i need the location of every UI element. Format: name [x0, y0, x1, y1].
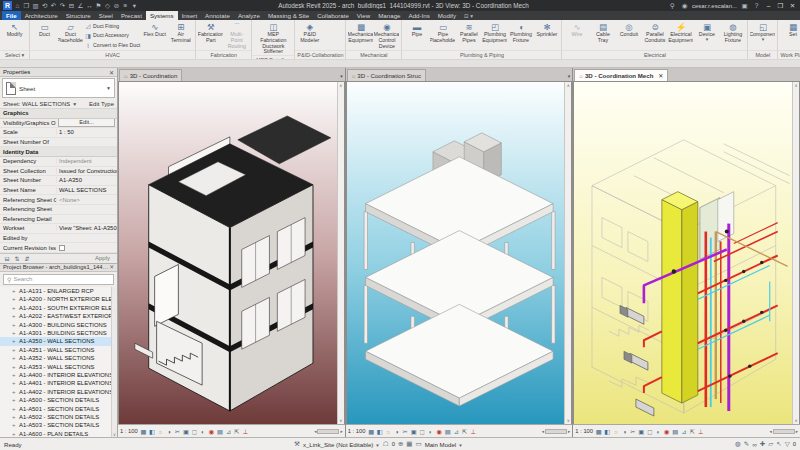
expand-icon[interactable]: + [12, 296, 17, 302]
sheet-item-a1-a200[interactable]: +A1-A200 - NORTH EXTERIOR ELEVATION [0, 295, 117, 303]
duct-fitting-button[interactable]: ◿Duct Fitting [85, 22, 140, 29]
show-crop-region-icon[interactable]: ▣ [410, 428, 418, 435]
expand-icon[interactable]: + [12, 305, 17, 311]
plumbing-equipment-button[interactable]: ◰Plumbing Equipment [482, 21, 507, 50]
drag-on-selection-toggle-icon[interactable]: ↖ [776, 440, 781, 448]
expand-icon[interactable]: + [12, 355, 17, 361]
underlay-selection-toggle-icon[interactable]: ▱ [768, 440, 773, 448]
editable-items-icon[interactable]: ☖ [383, 440, 389, 448]
restore-button[interactable]: ❐ [776, 2, 785, 10]
tab-list-caret-icon[interactable]: ▾ [340, 73, 343, 79]
view-scale[interactable]: 1 : 100 [120, 428, 138, 434]
dropdown-caret-icon[interactable]: ▼ [705, 38, 709, 42]
horizontal-scrollbar[interactable]: ◂▸ [542, 429, 571, 434]
edit-type-button[interactable]: Edit Type [89, 101, 114, 107]
canvas-coordination-mech[interactable]: ∧∨ [573, 81, 800, 424]
edit-visibility-button[interactable]: Edit... [58, 119, 115, 128]
sort-descending-icon[interactable]: ⇵ [23, 255, 31, 262]
aligned-dimension-icon[interactable]: ↔ [85, 1, 94, 11]
scroll-thumb[interactable] [545, 429, 567, 434]
crop-view-icon[interactable]: ✂ [401, 428, 409, 435]
cable-tray-button[interactable]: ▤Cable Tray [590, 21, 615, 50]
section-icon[interactable]: ⊘ [112, 1, 121, 11]
worksharing-display-icon[interactable]: ◍ [735, 440, 741, 448]
properties-close-icon[interactable]: ✕ [109, 69, 114, 76]
scroll-right-icon[interactable]: ▸ [568, 429, 570, 434]
sheet-item-a1-a500[interactable]: +A1-A500 - SECTION DETAILS [0, 396, 117, 404]
conduit-button[interactable]: ◎Conduit [616, 21, 641, 50]
scroll-left-icon[interactable]: ◂ [314, 429, 316, 434]
show-analytical-model-icon[interactable]: ⊿ [680, 428, 688, 435]
property-value[interactable]: <None> [56, 197, 117, 203]
temporary-view-properties-icon[interactable]: ▤ [216, 428, 224, 435]
temporary-hide-isolate-icon[interactable]: ◐ [655, 428, 663, 435]
highlight-displacement-sets-icon[interactable]: ⇱ [461, 428, 469, 435]
duct-accessory-button[interactable]: ◨Duct Accessory [85, 32, 140, 39]
home-icon[interactable]: ⌂ [13, 1, 22, 11]
monitor-icon[interactable]: ▭ [416, 440, 422, 448]
open-icon[interactable]: ❐ [22, 1, 31, 11]
print-icon[interactable]: ⊟ [67, 1, 76, 11]
expand-icon[interactable]: + [12, 380, 17, 386]
vertical-scrollbar[interactable]: ∧∨ [792, 82, 799, 424]
sheet-item-a1-a503[interactable]: +A1-A503 - SECTION DETAILS [0, 421, 117, 429]
temporary-hide-isolate-icon[interactable]: ◐ [199, 428, 207, 435]
visual-style-icon[interactable]: ◧ [376, 428, 384, 435]
scroll-left-icon[interactable]: ◂ [542, 429, 544, 434]
sheet-item-a1-a502[interactable]: +A1-A502 - SECTION DETAILS [0, 413, 117, 421]
fabrication-part-button[interactable]: ⚒Fabrication Part [198, 21, 223, 50]
sheet-item-a1-a301[interactable]: +A1-A301 - BUILDING SECTIONS [0, 329, 117, 337]
expand-icon[interactable]: + [12, 347, 17, 353]
revision-checkbox[interactable] [59, 245, 65, 251]
ribbon-tab-systems[interactable]: Systems [146, 11, 178, 20]
close-view-icon[interactable]: ✕ [658, 72, 663, 79]
sun-path-icon[interactable]: ☼ [384, 428, 392, 435]
instance-selector[interactable]: Sheet: WALL SECTIONS [3, 101, 70, 107]
worksharing-globe-icon[interactable]: ⊕ [398, 440, 403, 448]
expand-icon[interactable]: + [12, 313, 17, 319]
pipe-placeholder-button[interactable]: ▭Pipe Placeholder [430, 21, 455, 50]
p-id-modeler-button[interactable]: ◈P&ID Modeler [297, 21, 322, 50]
expand-icon[interactable]: + [12, 330, 17, 336]
sync-with-central-icon[interactable]: ⟲ [40, 1, 49, 11]
electrical-equipment-button[interactable]: ⚡Electrical Equipment [668, 21, 693, 50]
ribbon-tab-collaborate[interactable]: Collaborate [313, 11, 353, 20]
flex-duct-button[interactable]: ∿Flex Duct [142, 21, 167, 50]
filter-icon[interactable]: ▽ [785, 440, 790, 448]
sheet-item-a1-a501[interactable]: +A1-A501 - SECTION DETAILS [0, 404, 117, 412]
view-tab-coordination-mech[interactable]: ⌂ 3D - Coordination Mech ✕ [574, 69, 668, 81]
expand-all-icon[interactable]: ⊟ [3, 255, 11, 262]
reveal-hidden-elements-icon[interactable]: ◉ [663, 428, 671, 435]
undo-icon[interactable]: ↶ [49, 1, 58, 11]
reveal-constraints-icon[interactable]: ⊥ [697, 428, 705, 435]
signed-in-user[interactable]: cesar.r.escalan... [692, 3, 737, 9]
horizontal-scrollbar[interactable]: ◂▸ [314, 429, 343, 434]
vertical-scrollbar[interactable]: ∧∨ [564, 82, 571, 424]
default-3d-view-icon[interactable]: ◇ [103, 1, 112, 11]
sheet-item-a1-a350[interactable]: +A1-A350 - WALL SECTIONS [0, 337, 117, 345]
search-icon[interactable]: ⚲ [668, 1, 677, 11]
account-icon[interactable]: ◉ [680, 1, 689, 11]
shadows-icon[interactable]: ◑ [393, 428, 401, 435]
expand-icon[interactable]: + [12, 397, 17, 403]
active-workset-dropdown[interactable]: x_Link_Site (Not Editable)▼ [303, 441, 380, 448]
highlight-displacement-sets-icon[interactable]: ⇱ [233, 428, 241, 435]
tag-by-category-icon[interactable]: ⚑ [94, 1, 103, 11]
scroll-right-icon[interactable]: ▸ [796, 429, 798, 434]
sprinkler-button[interactable]: ✻Sprinkler [534, 21, 559, 50]
expand-icon[interactable]: + [12, 288, 17, 294]
browser-scrollbar[interactable]: ∨ [111, 287, 117, 437]
highlight-displacement-sets-icon[interactable]: ⇱ [689, 428, 697, 435]
sheet-item-a1-a131[interactable]: +A1-A131 - ENLARGED RCP [0, 287, 117, 295]
temporary-view-properties-icon[interactable]: ▤ [672, 428, 680, 435]
sheet-item-a1-a600[interactable]: +A1-A600 - PLAN DETAILS [0, 430, 117, 437]
modify-button[interactable]: ↖Modify [2, 21, 27, 50]
horizontal-scrollbar[interactable]: ◂▸ [769, 429, 798, 434]
view-scale[interactable]: 1 : 100 [348, 428, 366, 434]
tab-list-caret-icon[interactable]: ▾ [568, 73, 571, 79]
sheet-item-a1-a351[interactable]: +A1-A351 - WALL SECTIONS [0, 346, 117, 354]
temporary-view-properties-icon[interactable]: ▤ [444, 428, 452, 435]
visual-style-icon[interactable]: ◧ [604, 428, 612, 435]
parallel-pipes-button[interactable]: ≋Parallel Pipes [456, 21, 481, 50]
reveal-constraints-icon[interactable]: ⊥ [469, 428, 477, 435]
